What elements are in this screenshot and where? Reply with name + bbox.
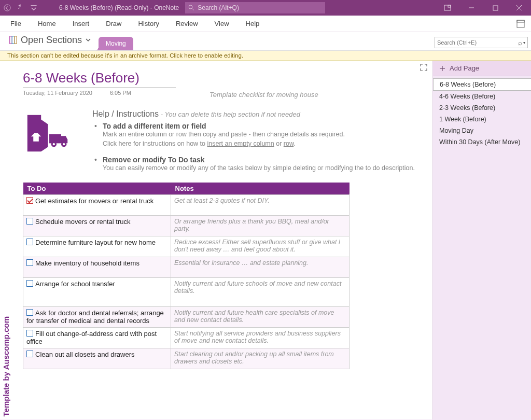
search-icon [188, 5, 194, 11]
add-page-button[interactable]: Add Page [433, 61, 531, 76]
page-title[interactable]: 6-8 Weeks (Before) [23, 70, 176, 88]
page-panel: Add Page 6-8 Weeks (Before)4-6 Weeks (Be… [432, 61, 531, 419]
todo-checkbox[interactable] [26, 309, 33, 316]
todo-text: Determine furniture layout for new home [35, 239, 156, 246]
note-cell[interactable]: Or arrange friends plus a thank you BBQ,… [171, 215, 350, 236]
todo-checkbox[interactable] [26, 330, 33, 337]
table-row: Get estimates for movers or rental truck… [23, 194, 350, 215]
todo-cell[interactable]: Clean out all closets and drawers [23, 348, 171, 369]
undo-button[interactable] [15, 0, 29, 16]
close-button[interactable] [507, 0, 531, 16]
menu-file[interactable]: File [2, 16, 30, 32]
svg-point-18 [63, 143, 65, 145]
todo-cell[interactable]: Determine furniture layout for new home [23, 236, 171, 257]
svg-point-16 [53, 143, 55, 145]
menu-history[interactable]: History [130, 16, 167, 32]
todo-cell[interactable]: Schedule movers or rental truck [23, 215, 171, 236]
todo-text: Clean out all closets and drawers [35, 351, 135, 358]
page-canvas[interactable]: 6-8 Weeks (Before) Tuesday, 11 February … [11, 61, 432, 419]
minimize-button[interactable] [459, 0, 483, 16]
table-row: Ask for doctor and dental referrals; arr… [23, 306, 350, 327]
notice-suffix: . [242, 52, 243, 59]
menu-home[interactable]: Home [30, 16, 64, 32]
page-time: 6:05 PM [110, 90, 131, 96]
note-cell[interactable]: Get at least 2-3 quotes if not DIY. [171, 194, 350, 215]
table-row: Arrange for school transferNotify curren… [23, 277, 350, 306]
todo-cell[interactable]: Make inventory of household items [23, 257, 171, 277]
menu-help[interactable]: Help [237, 16, 268, 32]
page-date: Tuesday, 11 February 2020 [23, 90, 92, 96]
global-search-placeholder: Search (Alt+Q) [198, 4, 239, 11]
maximize-button[interactable] [483, 0, 507, 16]
open-sections-label: Open Sections [21, 35, 82, 46]
todo-text: Arrange for school transfer [35, 280, 115, 288]
page-list-item[interactable]: 2-3 Weeks (Before) [433, 102, 531, 114]
note-cell[interactable]: Start clearing out and/or packing up all… [171, 348, 350, 369]
main: Template by Auscomp.com 6-8 Weeks (Befor… [0, 61, 531, 419]
help-heading: Help / Instructions - You can delete thi… [92, 109, 417, 119]
quick-access-dropdown[interactable] [29, 0, 38, 16]
col-header-todo: To Do [23, 183, 171, 195]
section-row: Open Sections Moving ⌕▾ [0, 32, 531, 51]
todo-checkbox[interactable] [26, 351, 33, 357]
table-row: Determine furniture layout for new homeR… [23, 236, 350, 257]
section-tab-moving[interactable]: Moving [99, 37, 133, 50]
open-sections-dropdown[interactable]: Open Sections [8, 32, 91, 50]
note-cell[interactable]: Start notifying all service providers an… [171, 327, 350, 348]
help-item-remove: Remove or modify To Do task You can easi… [92, 156, 417, 173]
todo-text: Schedule movers or rental truck [35, 218, 131, 226]
note-cell[interactable]: Reduce excess! Either sell superfluous s… [171, 236, 350, 257]
todo-checkbox[interactable] [26, 239, 33, 245]
todo-cell[interactable]: Get estimates for movers or rental truck [23, 194, 171, 215]
page-subtitle: Template checklist for moving house [209, 91, 318, 99]
table-row: Fill out change-of-address card with pos… [23, 327, 350, 348]
todo-cell[interactable]: Fill out change-of-address card with pos… [23, 327, 171, 348]
todo-text: Ask for doctor and dental referrals; arr… [26, 309, 164, 325]
menubar: FileHomeInsertDrawHistoryReviewViewHelp [0, 16, 531, 32]
page-search-input[interactable] [437, 39, 517, 46]
svg-rect-6 [493, 6, 498, 10]
note-cell[interactable]: Essential for insurance … and estate pla… [171, 257, 350, 277]
svg-rect-13 [15, 36, 17, 44]
note-cell[interactable]: Notify current and future health care sp… [171, 306, 350, 327]
page-list-item[interactable]: Moving Day [433, 125, 531, 136]
enable-editing-link[interactable]: here to enable editing [184, 52, 242, 59]
menu-draw[interactable]: Draw [97, 16, 130, 32]
page-search[interactable]: ⌕▾ [435, 37, 528, 48]
todo-text: Get estimates for movers or rental truck [35, 197, 153, 205]
search-dropdown-icon[interactable]: ▾ [523, 40, 525, 45]
svg-line-2 [192, 9, 194, 10]
todo-checkbox[interactable] [26, 280, 33, 287]
todo-cell[interactable]: Ask for doctor and dental referrals; arr… [23, 306, 171, 327]
ribbon-display-button[interactable] [436, 0, 459, 16]
page-list-item[interactable]: 1 Week (Before) [433, 114, 531, 125]
todo-cell[interactable]: Arrange for school transfer [23, 277, 171, 306]
table-row: Make inventory of household itemsEssenti… [23, 257, 350, 277]
page-list-item[interactable]: 4-6 Weeks (Before) [433, 91, 531, 102]
note-cell[interactable]: Notify current and future schools of mov… [171, 277, 350, 306]
search-icon: ⌕ [517, 39, 523, 47]
menu-view[interactable]: View [206, 16, 237, 32]
readonly-notice: This section can't be edited because it'… [0, 51, 531, 61]
todo-checkbox[interactable] [26, 197, 33, 204]
todo-text: Fill out change-of-address card with pos… [26, 330, 157, 345]
page-list: 6-8 Weeks (Before)4-6 Weeks (Before)2-3 … [433, 76, 531, 148]
todo-checkbox[interactable] [26, 259, 33, 266]
page-list-item[interactable]: Within 30 Days (After Move) [433, 136, 531, 148]
todo-checkbox[interactable] [26, 218, 33, 225]
fullpage-view-button[interactable] [512, 16, 529, 32]
svg-rect-10 [517, 20, 524, 22]
svg-rect-9 [517, 20, 524, 27]
page-list-item[interactable]: 6-8 Weeks (Before) [433, 78, 531, 91]
add-page-label: Add Page [450, 64, 479, 72]
table-row: Clean out all closets and drawersStart c… [23, 348, 350, 369]
menu-insert[interactable]: Insert [64, 16, 98, 32]
back-button[interactable] [0, 0, 15, 16]
todo-table: To Do Notes Get estimates for movers or … [23, 183, 350, 369]
menu-review[interactable]: Review [167, 16, 206, 32]
col-header-notes: Notes [171, 183, 350, 195]
expand-page-button[interactable] [420, 64, 427, 73]
help-item-add: To add a different item or field Mark an… [92, 122, 417, 148]
global-search[interactable]: Search (Alt+Q) [185, 2, 325, 13]
moving-logo-icon [23, 110, 68, 156]
